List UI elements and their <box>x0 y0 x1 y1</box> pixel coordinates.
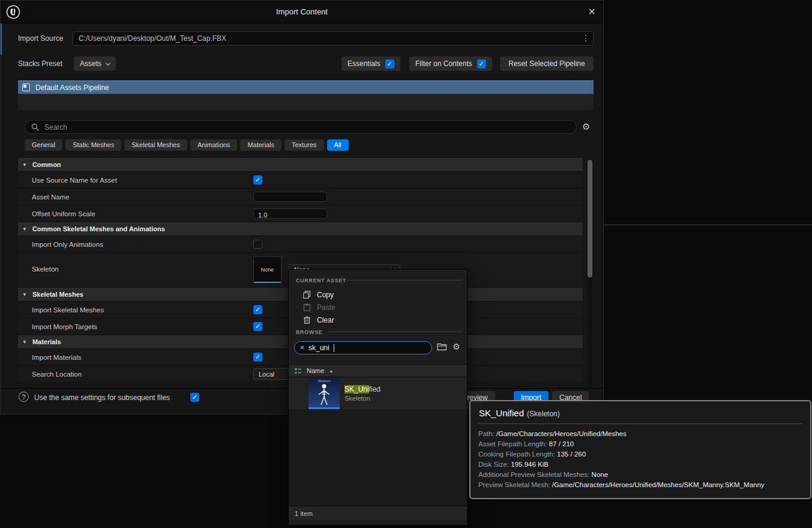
property-label: Asset Name <box>18 193 253 201</box>
skeleton-thumbnail[interactable]: None <box>253 256 281 283</box>
collapse-arrow-icon: ▼ <box>22 226 27 232</box>
asset-name: SK_Unified <box>344 385 380 393</box>
import-source-field[interactable]: ⋮ <box>73 31 594 46</box>
check-icon: ✓ <box>479 60 484 68</box>
tab-textures[interactable]: Textures <box>284 139 324 151</box>
tooltip-field-cooking-filepath-length: Cooking Filepath Length: 135 / 260 <box>478 449 802 460</box>
offset-uniform-scale-field[interactable] <box>254 211 326 220</box>
section-header-common-skeletal[interactable]: ▼ Common Skeletal Meshes and Animations <box>18 222 583 236</box>
divider <box>347 280 462 281</box>
property-row: Offset Uniform Scale <box>18 205 583 222</box>
scrollbar-thumb[interactable] <box>588 160 592 278</box>
search-icon <box>31 123 39 131</box>
menu-item-clear[interactable]: Clear <box>292 314 464 326</box>
menu-item-copy[interactable]: Copy <box>292 289 464 300</box>
search-input[interactable] <box>43 123 570 132</box>
tooltip-field-path: Path: /Game/Characters/Heroes/Unified/Me… <box>478 429 802 439</box>
property-label: Skeleton <box>18 253 253 273</box>
use-source-name-checkbox[interactable]: ✓ <box>253 175 262 184</box>
pipeline-row-default-assets[interactable]: Default Assets Pipeline <box>18 80 594 94</box>
pipeline-label: Default Assets Pipeline <box>35 83 109 92</box>
asset-search-field[interactable]: × sk_uni <box>294 341 432 354</box>
paste-icon <box>303 303 311 311</box>
tab-general[interactable]: General <box>25 139 62 151</box>
property-label: Import Only Animations <box>18 241 253 248</box>
asset-thumbnail-skeleton: Skeleton <box>308 378 340 409</box>
collapse-arrow-icon: ▼ <box>22 292 27 297</box>
asset-list: Skeleton SK_Unified Skeleton <box>289 378 467 506</box>
check-icon: ✓ <box>255 353 260 361</box>
name-column-header[interactable]: Name ▲ <box>289 364 467 377</box>
collapse-arrow-icon: ▼ <box>22 339 27 345</box>
more-options-icon[interactable]: ⋮ <box>582 33 590 43</box>
tooltip-field-disk-size: Disk Size: 195.946 KiB <box>478 460 802 470</box>
import-source-input[interactable] <box>73 32 577 45</box>
chevron-down-icon <box>106 60 110 65</box>
check-icon: ✓ <box>255 306 260 314</box>
section-header-common[interactable]: ▼ Common <box>18 158 583 172</box>
stacks-preset-label: Stacks Preset <box>18 59 62 68</box>
check-icon: ✓ <box>255 176 260 184</box>
current-asset-label: CURRENT ASSET <box>296 278 346 284</box>
tab-animations[interactable]: Animations <box>190 139 237 151</box>
import-only-animations-checkbox[interactable] <box>253 240 262 249</box>
import-morph-targets-checkbox[interactable]: ✓ <box>253 322 262 331</box>
property-row: Import Only Animations <box>18 236 583 253</box>
tab-all[interactable]: All <box>327 139 349 151</box>
property-label: Import Materials <box>18 354 253 361</box>
asset-name-field[interactable] <box>254 194 326 203</box>
property-label: Offset Uniform Scale <box>18 210 253 217</box>
check-icon: ✓ <box>255 323 260 330</box>
tooltip-title: SK_Unified <box>479 408 524 418</box>
property-label: Use Source Name for Asset <box>18 177 253 184</box>
import-skeletal-meshes-checkbox[interactable]: ✓ <box>253 305 262 314</box>
property-label: Search Location <box>18 371 253 378</box>
picker-gear-icon[interactable]: ⚙ <box>453 342 460 351</box>
scrollbar-track[interactable] <box>588 159 592 387</box>
asset-type: Skeleton <box>344 395 380 402</box>
asset-picker-popup: CURRENT ASSET Copy Paste Cle <box>288 269 468 526</box>
filter-on-contents-toggle[interactable]: Filter on Contents ✓ <box>409 56 492 71</box>
close-icon[interactable]: × <box>588 4 595 19</box>
help-icon[interactable]: ? <box>19 392 29 402</box>
tab-skeletal-meshes[interactable]: Skeletal Meshes <box>124 139 187 151</box>
tooltip-field-preview-skeletal-mesh: Preview Skeletal Mesh: /Game/Characters/… <box>478 480 802 490</box>
reset-selected-pipeline-button[interactable]: Reset Selected Pipeline <box>500 56 594 71</box>
pipeline-list: Default Assets Pipeline <box>18 80 594 110</box>
window-title: Import Content <box>1 7 603 16</box>
collapse-arrow-icon: ▼ <box>22 162 27 168</box>
sort-ascending-icon: ▲ <box>329 369 333 373</box>
text-caret <box>334 344 334 352</box>
subsequent-files-checkbox[interactable]: ✓ <box>190 393 199 402</box>
tooltip-fields: Path: /Game/Characters/Heroes/Unified/Me… <box>478 424 802 490</box>
clear-search-icon[interactable]: × <box>300 344 304 351</box>
browse-label: BROWSE <box>296 329 322 335</box>
asset-item-sk-unified[interactable]: Skeleton SK_Unified Skeleton <box>289 378 467 409</box>
tooltip-header: SK_Unified(Skeleton) <box>478 407 802 424</box>
property-row: Use Source Name for Asset ✓ <box>18 172 583 189</box>
copy-icon <box>303 291 311 299</box>
tab-materials[interactable]: Materials <box>240 139 281 151</box>
check-icon: ✓ <box>192 393 197 401</box>
open-folder-icon[interactable] <box>437 342 447 351</box>
property-row: Asset Name <box>18 189 583 205</box>
settings-gear-icon[interactable]: ⚙ <box>582 122 590 131</box>
asset-text: SK_Unified Skeleton <box>344 385 380 402</box>
stacks-preset-dropdown[interactable]: Assets <box>74 56 116 71</box>
essentials-checkbox[interactable]: ✓ <box>385 59 394 68</box>
import-source-label: Import Source <box>18 34 63 43</box>
item-count-label: 1 item <box>289 506 467 520</box>
essentials-toggle[interactable]: Essentials ✓ <box>341 56 400 71</box>
pipeline-icon <box>22 83 30 91</box>
titlebar[interactable]: Import Content × <box>1 1 603 23</box>
tooltip-field-additional-preview: Additional Preview Skeletal Meshes: None <box>478 470 802 480</box>
trash-icon <box>303 316 311 324</box>
filter-on-contents-checkbox[interactable]: ✓ <box>477 59 486 68</box>
tab-static-meshes[interactable]: Static Meshes <box>65 139 121 151</box>
import-materials-checkbox[interactable]: ✓ <box>253 353 262 362</box>
tooltip-field-asset-filepath-length: Asset Filepath Length: 87 / 210 <box>478 439 802 449</box>
menu-item-paste[interactable]: Paste <box>292 302 464 313</box>
search-bar[interactable] <box>25 120 577 134</box>
focus-accent-bar <box>1 23 2 55</box>
view-options-icon[interactable] <box>294 367 302 375</box>
